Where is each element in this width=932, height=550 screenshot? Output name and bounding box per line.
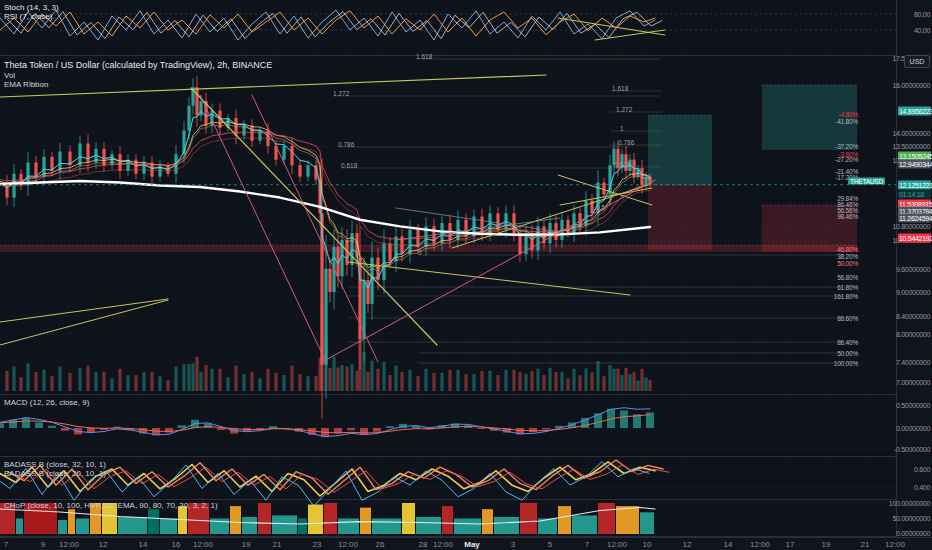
price-grid-label: 8.00000000 xyxy=(896,331,930,338)
time-label: 28 xyxy=(419,540,428,549)
chop-scale-label: 100.00000000 xyxy=(889,500,930,507)
price-grid-label: 7.00000000 xyxy=(896,379,930,386)
symbol-price-tag: THETAUSD xyxy=(848,178,885,185)
time-label: 5 xyxy=(548,540,552,549)
time-label: 21 xyxy=(861,540,870,549)
time-label: 14 xyxy=(724,540,733,549)
stoch-scale-label: 80.00 xyxy=(914,11,930,18)
price-tag: 12.94903448 xyxy=(898,160,931,169)
price-grid-label: 13.50000000 xyxy=(892,143,930,150)
time-label: 9 xyxy=(41,540,45,549)
macd-scale-label: -0.50000000 xyxy=(894,446,930,453)
price-grid-label: 9.60000000 xyxy=(896,266,930,273)
price-tag: 14.89562236 xyxy=(898,107,931,116)
time-label: 12:00 xyxy=(607,540,627,549)
time-label: 12:00 xyxy=(433,540,453,549)
time-label: 3 xyxy=(511,540,515,549)
time-label: 7 xyxy=(585,540,589,549)
badass-scale-label: 0.400 xyxy=(914,484,930,491)
price-tag: 10.54421928 xyxy=(898,234,931,243)
time-label: 19 xyxy=(242,540,251,549)
price-axis[interactable]: 80.0040.0017.5000000016.0000000014.00000… xyxy=(896,0,932,537)
price-tag: 12.12512215 xyxy=(898,181,931,190)
chop-scale-label: 0.00000000 xyxy=(896,530,930,537)
stoch-scale-label: 40.00 xyxy=(914,27,930,34)
price-grid-label: 8.40000000 xyxy=(896,313,930,320)
chop-scale-label: 50.00000000 xyxy=(892,515,930,522)
time-label: 19 xyxy=(822,540,831,549)
currency-toggle-button[interactable]: USD xyxy=(904,55,930,68)
time-label: May xyxy=(464,540,480,549)
time-label: 12:00 xyxy=(750,540,770,549)
time-axis[interactable]: 7912:0012141612:0019212312:00262812:00Ma… xyxy=(0,537,932,550)
time-label: 12 xyxy=(99,540,108,549)
time-label: 14 xyxy=(139,540,148,549)
time-label: 10 xyxy=(643,540,652,549)
time-label: 26 xyxy=(376,540,385,549)
time-label: 7 xyxy=(4,540,8,549)
price-grid-label: 16.00000000 xyxy=(892,82,930,89)
time-label: 21 xyxy=(273,540,282,549)
macd-scale-label: 0.00000000 xyxy=(896,425,930,432)
macd-scale-label: 0.50000000 xyxy=(896,402,930,409)
time-label: 12:00 xyxy=(885,540,905,549)
time-label: 12:00 xyxy=(193,540,213,549)
chart-canvas[interactable] xyxy=(0,0,932,550)
tradingview-chart-window: Stoch (14, 3, 3) RSI (7, close) Theta To… xyxy=(0,0,932,550)
time-label: 23 xyxy=(313,540,322,549)
price-tag: 01:14:18 xyxy=(898,190,931,199)
time-label: 16 xyxy=(172,540,181,549)
time-label: 12 xyxy=(683,540,692,549)
price-grid-label: 14.00000000 xyxy=(892,130,930,137)
price-tag: 11.26245945 xyxy=(898,214,931,223)
price-grid-label: 9.00000000 xyxy=(896,289,930,296)
time-label: 17 xyxy=(786,540,795,549)
time-label: 12:00 xyxy=(338,540,358,549)
time-label: 12:00 xyxy=(59,540,79,549)
price-grid-label: 10.80000000 xyxy=(892,223,930,230)
price-grid-label: 7.40000000 xyxy=(896,359,930,366)
badass-scale-label: 0.600 xyxy=(914,466,930,473)
